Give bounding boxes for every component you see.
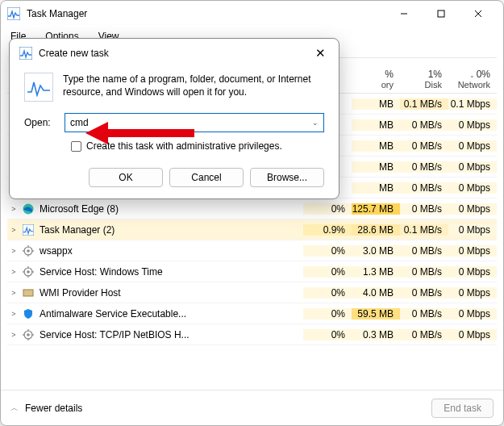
memory-cell: 0.3 MB [352,329,400,340]
table-row[interactable]: >wsappx0%3.0 MB0 MB/s0 Mbps [7,240,497,261]
column-network[interactable]: ⌄0%Network [448,58,497,93]
svg-rect-2 [438,10,444,17]
column-memory[interactable]: %ory [352,58,400,93]
window-title: Task Manager [27,8,385,19]
network-cell: 0 Mbps [448,203,497,215]
network-cell: 0 Mbps [448,224,497,236]
disk-cell: 0.1 MB/s [400,224,448,236]
expand-icon[interactable]: > [7,247,20,255]
network-cell: 0 Mbps [448,245,497,257]
table-row[interactable]: >Antimalware Service Executable...0%59.5… [7,303,497,324]
cancel-button[interactable]: Cancel [169,168,244,187]
table-row[interactable]: >Service Host: TCP/IP NetBIOS H...0%0.3 … [7,324,497,345]
process-icon [22,286,35,299]
disk-cell: 0 MB/s [400,329,448,340]
expand-icon[interactable]: > [7,331,20,339]
process-icon [22,244,35,257]
memory-cell: 59.5 MB [352,308,400,320]
process-icon [22,328,35,341]
svg-point-21 [27,333,30,336]
footer: ︿ Fewer details End task [1,390,503,425]
disk-cell: 0 MB/s [400,287,448,299]
network-cell: 0 Mbps [448,266,497,278]
create-task-dialog: Create new task ✕ Type the name of a pro… [9,38,339,199]
maximize-button[interactable] [423,1,460,27]
open-combobox[interactable]: cmd ⌄ [65,113,324,132]
process-name: Microsoft Edge (8) [40,203,303,215]
disk-cell: 0.1 MB/s [400,98,448,110]
svg-rect-19 [23,290,33,296]
dialog-close-button[interactable]: ✕ [312,46,329,61]
task-manager-icon [7,7,20,20]
cpu-cell: 0% [303,203,352,215]
table-row[interactable]: >WMI Provider Host0%4.0 MB0 MB/s0 Mbps [7,282,497,303]
dialog-title: Create new task [39,48,312,59]
expand-icon[interactable]: > [7,226,20,234]
dialog-description: Type the name of a program, folder, docu… [63,73,324,102]
network-cell: 0 Mbps [448,329,497,340]
memory-cell: 4.0 MB [352,287,400,299]
end-task-button[interactable]: End task [431,399,494,418]
window-titlebar: Task Manager [1,1,503,27]
network-cell: 0 Mbps [448,182,497,194]
process-icon [22,265,35,278]
table-row[interactable]: >Microsoft Edge (8)0%125.7 MB0 MB/s0 Mbp… [7,198,497,219]
cpu-cell: 0.9% [303,224,352,236]
fewer-details-toggle[interactable]: ︿ Fewer details [10,403,431,414]
memory-cell: 1.3 MB [352,266,400,278]
network-cell: 0 Mbps [448,287,497,299]
process-name: Antimalware Service Executable... [40,308,303,320]
disk-cell: 0 MB/s [400,266,448,278]
memory-cell: 125.7 MB [352,203,400,215]
svg-point-8 [27,249,30,253]
network-cell: 0 Mbps [448,140,497,152]
expand-icon[interactable]: > [7,205,20,213]
cpu-cell: 0% [303,329,352,340]
memory-cell: 28.6 MB [352,224,400,236]
disk-cell: 0 MB/s [400,182,448,194]
network-cell: 0 Mbps [448,308,497,320]
memory-cell: MB [352,140,400,152]
dialog-titlebar: Create new task ✕ [10,39,339,68]
cpu-cell: 0% [303,308,352,320]
process-name: Task Manager (2) [40,224,303,236]
expand-icon[interactable]: > [7,268,20,276]
browse-button[interactable]: Browse... [250,168,324,187]
column-disk[interactable]: 1%Disk [400,58,448,93]
process-name: wsappx [40,245,303,257]
disk-cell: 0 MB/s [400,245,448,257]
table-row[interactable]: >Task Manager (2)0.9%28.6 MB0.1 MB/s0 Mb… [7,219,497,240]
fewer-details-label: Fewer details [25,403,82,414]
admin-checkbox-label: Create this task with administrative pri… [86,140,282,152]
memory-cell: MB [352,161,400,173]
network-cell: 0 Mbps [448,161,497,173]
process-icon [22,307,35,320]
disk-cell: 0 MB/s [400,203,448,215]
disk-cell: 0 MB/s [400,119,448,131]
cpu-cell: 0% [303,287,352,299]
admin-checkbox[interactable] [71,141,81,152]
process-name: Service Host: TCP/IP NetBIOS H... [40,329,303,340]
memory-cell: MB [352,119,400,131]
process-name: Service Host: Windows Time [40,266,303,278]
task-manager-icon [19,47,32,60]
cpu-cell: 0% [303,266,352,278]
network-cell: 0 Mbps [448,119,497,131]
chevron-down-icon: ⌄ [312,119,319,127]
close-button[interactable] [460,1,497,27]
minimize-button[interactable] [385,1,423,27]
memory-cell: MB [352,182,400,194]
disk-cell: 0 MB/s [400,161,448,173]
ok-button[interactable]: OK [89,168,163,187]
run-icon [24,73,53,102]
disk-cell: 0 MB/s [400,308,448,320]
expand-icon[interactable]: > [7,289,20,297]
memory-cell: 3.0 MB [352,245,400,257]
process-icon [22,203,35,215]
disk-cell: 0 MB/s [400,140,448,152]
cpu-cell: 0% [303,245,352,257]
network-cell: 0.1 Mbps [448,98,497,110]
table-row[interactable]: >Service Host: Windows Time0%1.3 MB0 MB/… [7,261,497,282]
svg-point-14 [27,270,30,274]
expand-icon[interactable]: > [7,310,20,318]
